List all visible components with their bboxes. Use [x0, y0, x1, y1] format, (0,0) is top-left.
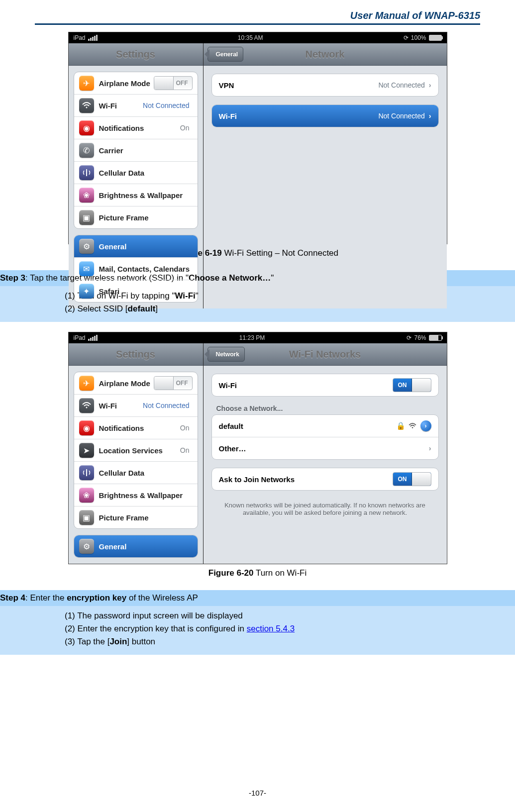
sidebar-item-wifi[interactable]: Wi-Fi Not Connected — [74, 95, 198, 117]
sidebar-label: Safari — [99, 287, 193, 296]
phone-icon: ✆ — [79, 143, 94, 158]
loc-value: On — [180, 446, 190, 454]
sidebar-label: Carrier — [99, 146, 193, 155]
vpn-value: Not Connected — [378, 81, 424, 89]
sidebar-label: Wi-Fi — [99, 102, 143, 110]
status-bar: iPad 11:23 PM ⟳ 76% — [69, 332, 447, 343]
sidebar-item-general[interactable]: ⚙ General — [74, 535, 198, 557]
sidebar-item-cellular[interactable]: Cellular Data — [74, 162, 198, 184]
svg-point-4 — [412, 427, 413, 428]
wifi-value: Not Connected — [378, 112, 424, 120]
wallpaper-icon: ❀ — [79, 188, 94, 203]
wifi-icon — [79, 398, 94, 413]
wifi-row[interactable]: Wi-Fi Not Connected › — [212, 105, 438, 127]
back-button[interactable]: Network — [207, 347, 245, 362]
sidebar-item-brightness[interactable]: ❀ Brightness & Wallpaper — [74, 484, 198, 507]
wifi-value: Not Connected — [143, 102, 189, 109]
sidebar-item-mail[interactable]: ✉ Mail, Contacts, Calendars — [74, 258, 198, 280]
sidebar-item-general[interactable]: ⚙ General — [74, 235, 198, 258]
sidebar-item-location[interactable]: ➤ Location Services On — [74, 439, 198, 462]
right-pane-title-text: Network — [306, 49, 345, 60]
sidebar-label: Brightness & Wallpaper — [99, 191, 193, 200]
right-pane-title: Network Wi-Fi Networks — [204, 343, 447, 366]
step4-sub3: (3) Tap the [Join] button — [65, 637, 480, 647]
sidebar-item-airplane[interactable]: ✈ Airplane Mode OFF — [74, 372, 198, 395]
wifi-toggle-row[interactable]: Wi-Fi ON — [212, 374, 438, 396]
sidebar-label: General — [99, 542, 193, 551]
step4-box: Step 4: Enter the encryption key of the … — [0, 590, 515, 655]
sidebar-label: Picture Frame — [99, 213, 193, 222]
network-row-other[interactable]: Other… › — [212, 437, 438, 459]
figure-2-ipad: iPad 11:23 PM ⟳ 76% Settings ✈ Airplane … — [68, 332, 447, 564]
back-button[interactable]: General — [207, 47, 244, 62]
figure-1-ipad: iPad 10:35 AM ⟳ 100% Settings ✈ Airplane… — [68, 32, 447, 244]
battery-icon — [429, 335, 442, 341]
cellular-icon — [79, 165, 94, 180]
ask-label: Ask to Join Networks — [219, 475, 295, 484]
network-row-default[interactable]: default 🔒 › — [212, 415, 438, 437]
sidebar-label: Location Services — [99, 446, 180, 455]
choose-network-label: Choose a Network... — [216, 405, 447, 412]
wifi-icon — [79, 98, 94, 113]
section-link[interactable]: section 5.4.3 — [247, 624, 295, 633]
sidebar-item-cellular[interactable]: Cellular Data — [74, 462, 198, 484]
wallpaper-icon: ❀ — [79, 488, 94, 503]
sidebar-label: Notifications — [99, 124, 180, 132]
airplane-toggle[interactable]: OFF — [154, 376, 193, 390]
sidebar-label: Brightness & Wallpaper — [99, 491, 193, 500]
right-pane-title-text: Wi-Fi Networks — [289, 349, 361, 360]
wifi-toggle[interactable]: ON — [393, 378, 431, 392]
chevron-icon: › — [429, 444, 431, 452]
ask-toggle[interactable]: ON — [393, 472, 431, 486]
sidebar-item-airplane[interactable]: ✈ Airplane Mode OFF — [74, 72, 198, 95]
device-label: iPad — [74, 34, 86, 41]
sidebar-item-pictureframe[interactable]: ▣ Picture Frame — [74, 507, 198, 528]
device-label: iPad — [74, 334, 86, 341]
cellular-icon — [79, 465, 94, 480]
sidebar-label: Mail, Contacts, Calendars — [99, 265, 193, 273]
gear-icon: ⚙ — [79, 539, 94, 554]
wifi-label: Wi-Fi — [219, 112, 237, 120]
sidebar-item-carrier[interactable]: ✆ Carrier — [74, 139, 198, 162]
location-icon: ➤ — [79, 443, 94, 458]
header-divider — [35, 23, 480, 25]
detail-button[interactable]: › — [420, 420, 431, 431]
left-pane-title: Settings — [69, 43, 203, 66]
wifi-label: Wi-Fi — [219, 381, 237, 390]
wifi-signal-icon — [409, 422, 416, 430]
orientation-lock-icon: ⟳ — [407, 334, 412, 341]
vpn-row[interactable]: VPN Not Connected › — [212, 74, 438, 96]
sidebar-item-brightness[interactable]: ❀ Brightness & Wallpaper — [74, 184, 198, 206]
airplane-toggle[interactable]: OFF — [154, 76, 193, 90]
page-number: -107- — [0, 789, 515, 797]
right-pane-title: General Network — [204, 43, 447, 66]
chevron-icon: › — [429, 112, 431, 120]
sidebar-label: Notifications — [99, 424, 180, 432]
sidebar-item-notifications[interactable]: ◉ Notifications On — [74, 117, 198, 139]
svg-point-0 — [86, 107, 87, 108]
vpn-label: VPN — [219, 81, 234, 90]
other-label: Other… — [219, 444, 246, 453]
sidebar-item-pictureframe[interactable]: ▣ Picture Frame — [74, 206, 198, 228]
picture-frame-icon: ▣ — [79, 210, 94, 225]
sidebar-label: Cellular Data — [99, 469, 193, 477]
svg-rect-1 — [86, 169, 87, 176]
battery-icon — [429, 35, 442, 41]
battery-percent: 100% — [411, 34, 426, 41]
sidebar-item-notifications[interactable]: ◉ Notifications On — [74, 417, 198, 439]
sidebar-label: General — [99, 242, 193, 251]
sidebar-item-wifi[interactable]: Wi-Fi Not Connected — [74, 395, 198, 417]
sidebar-item-safari[interactable]: ✦ Safari — [74, 280, 198, 302]
ask-to-join-row[interactable]: Ask to Join Networks ON — [212, 468, 438, 490]
step4-sub1: (1) The password input screen will be di… — [65, 611, 480, 621]
chevron-icon: › — [429, 81, 431, 89]
sidebar-label: Cellular Data — [99, 169, 193, 177]
notifications-icon: ◉ — [79, 420, 94, 435]
ask-footnote: Known networks will be joined automatica… — [204, 499, 447, 523]
signal-icon — [88, 35, 98, 41]
sidebar-label: Airplane Mode — [99, 379, 154, 388]
sidebar-label: Picture Frame — [99, 513, 193, 522]
svg-rect-3 — [86, 469, 87, 476]
gear-icon: ⚙ — [79, 239, 94, 254]
clock: 10:35 AM — [238, 34, 263, 41]
